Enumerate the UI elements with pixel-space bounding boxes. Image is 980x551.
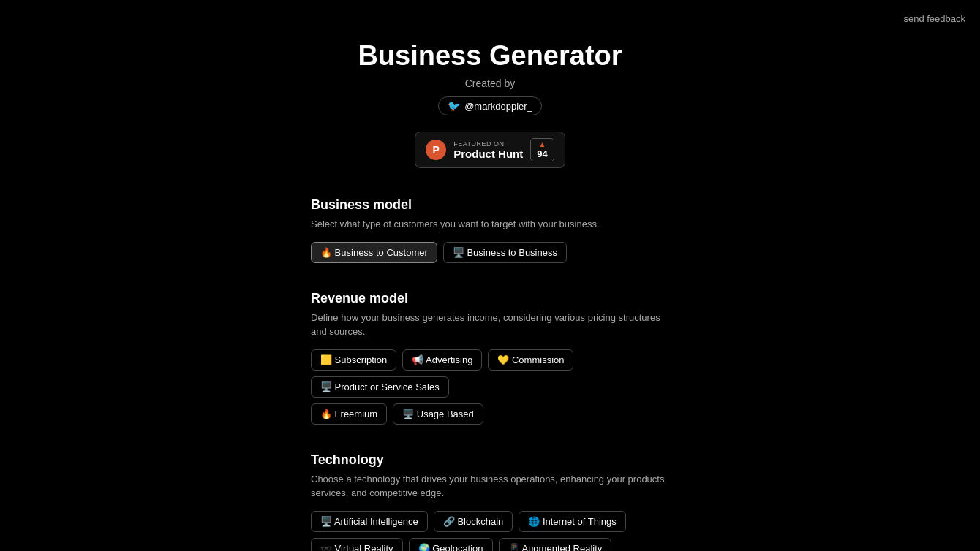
tag-product-service-sales[interactable]: 🖥️ Product or Service Sales [311, 376, 449, 398]
business-model-section: Business model Select what type of custo… [311, 197, 669, 269]
tech-tags-row2: 🕶️ Virtual Reality 🌍 Geolocation 📱 Augme… [311, 538, 669, 552]
revenue-model-title: Revenue model [311, 291, 669, 306]
revenue-model-tags-row1: 🟨 Subscription 📢 Advertising 💛 Commissio… [311, 349, 669, 398]
revenue-model-desc: Define how your business generates incom… [311, 311, 669, 339]
business-model-desc: Select what type of customers you want t… [311, 217, 669, 232]
ph-featured-label: FEATURED ON [453, 140, 523, 148]
ph-vote: ▲ 94 [530, 138, 554, 162]
tag-usage-based[interactable]: 🖥️ Usage Based [393, 403, 483, 425]
tag-blockchain[interactable]: 🔗 Blockchain [434, 511, 513, 532]
tag-business-to-customer[interactable]: 🔥 Business to Customer [311, 242, 437, 263]
tag-geolocation[interactable]: 🌍 Geolocation [409, 538, 493, 552]
ph-logo: P [426, 140, 446, 160]
technology-desc: Choose a technology that drives your bus… [311, 472, 669, 501]
send-feedback-link[interactable]: send feedback [903, 13, 965, 24]
tag-vr[interactable]: 🕶️ Virtual Reality [311, 538, 403, 552]
twitter-badge[interactable]: 🐦 @markdoppler_ [438, 96, 542, 115]
tag-ar[interactable]: 📱 Augmented Reality [499, 538, 612, 552]
tag-business-to-business[interactable]: 🖥️ Business to Business [443, 242, 567, 263]
tag-subscription[interactable]: 🟨 Subscription [311, 349, 396, 370]
business-model-title: Business model [311, 197, 669, 213]
business-model-tags: 🔥 Business to Customer 🖥️ Business to Bu… [311, 242, 669, 263]
twitter-handle: @markdoppler_ [464, 101, 532, 112]
technology-section: Technology Choose a technology that driv… [311, 452, 669, 552]
tag-commission[interactable]: 💛 Commission [488, 349, 573, 370]
tag-ai[interactable]: 🖥️ Artificial Intelligence [311, 511, 428, 532]
product-hunt-badge[interactable]: P FEATURED ON Product Hunt ▲ 94 [415, 132, 565, 168]
ph-vote-count: 94 [537, 148, 547, 159]
tag-advertising[interactable]: 📢 Advertising [402, 349, 482, 370]
ph-text: FEATURED ON Product Hunt [453, 140, 523, 160]
tech-tags-row1: 🖥️ Artificial Intelligence 🔗 Blockchain … [311, 511, 669, 532]
created-by-label: Created by [465, 77, 515, 89]
revenue-model-tags-row2: 🔥 Freemium 🖥️ Usage Based [311, 403, 669, 425]
revenue-model-section: Revenue model Define how your business g… [311, 291, 669, 430]
tag-iot[interactable]: 🌐 Internet of Things [519, 511, 626, 532]
technology-title: Technology [311, 452, 669, 468]
page-title: Business Generator [358, 40, 622, 72]
tag-freemium[interactable]: 🔥 Freemium [311, 403, 387, 425]
ph-name: Product Hunt [453, 148, 523, 160]
ph-vote-arrow: ▲ [539, 140, 546, 148]
twitter-icon: 🐦 [448, 100, 460, 112]
main-content: Business Generator Created by 🐦 @markdop… [0, 0, 980, 551]
